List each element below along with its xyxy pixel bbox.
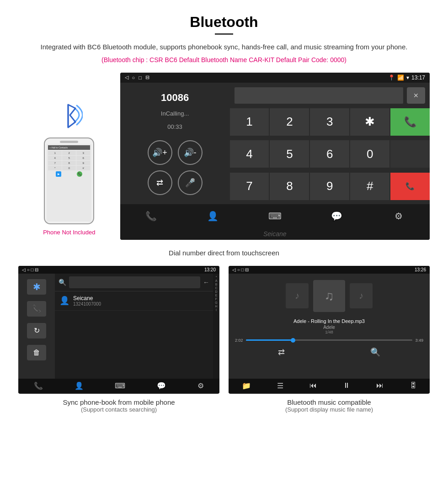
phone-not-included-label: Phone Not Included — [43, 229, 95, 236]
phone-dial-key: 4 — [48, 156, 62, 160]
caption-left-main: Sync phone-book from mobile phone — [18, 398, 219, 406]
music-art-row: ♪ ♫ ♪ — [286, 280, 373, 312]
main-caption: Dial number direct from touchscreen — [18, 249, 430, 257]
nav-contacts-icon[interactable]: 👤 — [202, 208, 224, 224]
pb-nav-settings[interactable]: ⚙ — [197, 381, 204, 390]
music-info: Adele - Rolling In the Deep.mp3 Adele 1/… — [293, 318, 365, 334]
dial-input-row: ✕ — [230, 83, 430, 108]
watermark: Seicane — [263, 230, 287, 238]
dial-key-star[interactable]: ✱ — [350, 108, 389, 136]
bottom-nav: 📞 👤 ⌨ 💬 ⚙ — [120, 204, 430, 228]
dial-key-hash[interactable]: # — [350, 173, 389, 200]
dial-key-7[interactable]: 7 — [230, 173, 269, 200]
pb-nav-contacts[interactable]: 👤 — [75, 381, 84, 390]
pb-delete-icon[interactable]: 🗑 — [27, 345, 46, 360]
music-title: Adele - Rolling In the Deep.mp3 — [293, 318, 365, 324]
call-screen: 10086 InCalling... 00:33 🔊+ 🔊- ⇄ 🎤 ✕ — [120, 83, 430, 204]
music-progress-dot — [291, 338, 295, 343]
pb-alpha-index: * A B C D E F G H I — [213, 274, 219, 379]
pb-contact-number: 13241007000 — [73, 301, 101, 307]
pb-main: 🔍 ← 👤 Seicane 13241007000 — [55, 274, 213, 379]
phone-bottom-row: ▶ 📞 — [48, 171, 90, 177]
transfer-btn[interactable]: ⇄ — [148, 170, 172, 195]
pb-phone-icon[interactable]: 📞 — [27, 301, 46, 317]
phonebook-screenshot: ◁ ○ □ ⊟ 13:20 ✱ 📞 ↻ 🗑 🔍 ← — [18, 266, 219, 394]
music-nav-list[interactable]: ☰ — [277, 381, 283, 390]
music-body: ♪ ♫ ♪ Adele - Rolling In the Deep.mp3 Ad… — [229, 274, 430, 379]
dial-key-1[interactable]: 1 — [230, 108, 269, 136]
phone-dial-key: 2 — [62, 151, 76, 155]
phone-dial-key: 5 — [62, 156, 76, 160]
music-art-main: ♫ — [313, 280, 345, 312]
pb-contact-name: Seicane — [73, 295, 101, 301]
music-time: 13:26 — [415, 267, 426, 272]
dial-key-3[interactable]: 3 — [310, 108, 349, 136]
home-icon: ○ — [132, 75, 135, 80]
phone-dial-grid: 1 2 3 4 5 6 7 8 9 * 0 # — [48, 151, 90, 170]
nav-dialpad-icon[interactable]: ⌨ — [263, 208, 286, 224]
dial-key-9[interactable]: 9 — [310, 173, 349, 200]
pb-nav-dialpad[interactable]: ⌨ — [115, 381, 125, 390]
svg-marker-0 — [68, 105, 75, 127]
phone-dial-key: * — [48, 166, 62, 170]
phone-video-btn: ▶ — [56, 171, 61, 177]
music-time-current: 2:02 — [235, 338, 243, 343]
mic-btn[interactable]: 🎤 — [178, 170, 203, 195]
dial-key-2[interactable]: 2 — [270, 108, 309, 136]
pb-back-icon: ← — [203, 279, 209, 286]
page-container: Bluetooth Integrated with BC6 Bluetooth … — [0, 0, 448, 436]
caption-right-block: Bluetooth music compatible (Support disp… — [229, 398, 430, 413]
call-timer: 00:33 — [167, 123, 182, 130]
dial-key-4[interactable]: 4 — [230, 140, 269, 168]
volume-up-btn[interactable]: 🔊+ — [148, 140, 172, 165]
dial-input-box[interactable] — [235, 87, 403, 104]
pb-bt-icon[interactable]: ✱ — [27, 279, 46, 295]
pb-sidebar: ✱ 📞 ↻ 🗑 — [18, 274, 55, 379]
music-search-icon[interactable]: 🔍 — [370, 347, 380, 357]
bluetooth-info: (Bluetooth chip : CSR BC6 Default Blueto… — [18, 56, 430, 63]
music-art-next: ♪ — [350, 283, 373, 308]
music-time-total: 3:49 — [415, 338, 423, 343]
music-progress-bar[interactable] — [246, 339, 413, 341]
dial-hangup-btn[interactable]: 📞 — [390, 173, 430, 200]
caption-row: Sync phone-book from mobile phone (Suppo… — [18, 398, 430, 413]
dial-key-5[interactable]: 5 — [270, 140, 309, 168]
music-nav-eq[interactable]: 🎛 — [410, 381, 417, 390]
dial-backspace-btn[interactable]: ✕ — [407, 87, 425, 104]
music-shuffle-icon[interactable]: ⇄ — [278, 347, 285, 357]
music-artist: Adele — [293, 325, 365, 330]
dial-key-6[interactable]: 6 — [310, 140, 349, 168]
music-nav-play[interactable]: ⏸ — [343, 381, 350, 390]
music-nav-folder[interactable]: 📁 — [242, 381, 251, 390]
bluetooth-icon — [55, 100, 83, 132]
nav-calls-icon[interactable]: 📞 — [139, 208, 162, 224]
nav-settings-icon[interactable]: ⚙ — [387, 208, 410, 224]
volume-down-btn[interactable]: 🔊- — [178, 140, 203, 165]
nav-messages-icon[interactable]: 💬 — [325, 208, 348, 224]
bottom-row: ◁ ○ □ ⊟ 13:20 ✱ 📞 ↻ 🗑 🔍 ← — [18, 266, 430, 394]
call-status: InCalling... — [161, 110, 189, 117]
status-right: 📍 📶 ▾ 13:17 — [388, 74, 425, 81]
pb-sync-icon[interactable]: ↻ — [27, 323, 46, 338]
phone-side: + Add to Contacts 1 2 3 4 5 6 7 8 9 * 0 … — [18, 73, 120, 236]
music-nav-next[interactable]: ⏭ — [376, 381, 384, 390]
phone-screen-header: + Add to Contacts — [48, 145, 90, 150]
pb-search-input[interactable] — [69, 276, 200, 288]
music-nav-prev[interactable]: ⏮ — [309, 381, 317, 390]
pb-nav-icons: ◁ ○ □ ⊟ — [22, 267, 38, 272]
dial-call-btn[interactable]: 📞 — [390, 108, 430, 136]
dial-key-0[interactable]: 0 — [350, 140, 389, 168]
dial-key-8[interactable]: 8 — [270, 173, 309, 200]
back-icon: ◁ — [125, 74, 128, 80]
pb-contact-row[interactable]: 👤 Seicane 13241007000 — [55, 291, 213, 311]
phone-dial-key: 7 — [48, 161, 62, 165]
pb-nav-messages[interactable]: 💬 — [157, 381, 166, 390]
phone-speaker — [60, 141, 78, 143]
pb-search-row: 🔍 ← — [55, 274, 213, 291]
pb-nav-calls[interactable]: 📞 — [34, 381, 43, 390]
recents-icon: □ — [139, 75, 142, 80]
page-subtitle: Integrated with BC6 Bluetooth module, su… — [18, 42, 430, 53]
time-display: 13:17 — [411, 74, 425, 81]
music-nav-icons: ◁ ○ □ ⊟ — [232, 267, 249, 272]
music-progress-row: 2:02 3:49 — [235, 338, 423, 343]
